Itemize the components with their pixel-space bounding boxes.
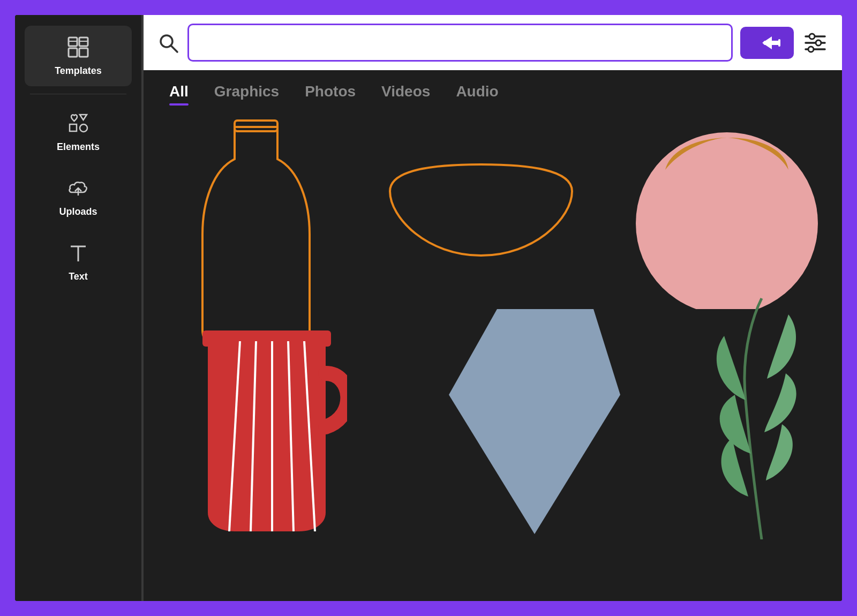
filter-button[interactable] xyxy=(801,29,829,57)
sidebar-item-elements[interactable]: Elements xyxy=(25,102,132,162)
svg-point-20 xyxy=(809,34,815,39)
sidebar-item-uploads[interactable]: Uploads xyxy=(25,167,132,227)
gem-illustration xyxy=(433,298,636,547)
bowl-illustration xyxy=(379,159,583,268)
plant-illustration xyxy=(703,293,821,542)
tab-photos-label: Photos xyxy=(305,83,356,100)
elements-label: Elements xyxy=(57,141,100,153)
svg-rect-3 xyxy=(79,48,88,57)
content-area xyxy=(144,106,842,601)
search-icon-wrap xyxy=(156,31,180,55)
svg-marker-6 xyxy=(80,115,87,120)
tab-photos[interactable]: Photos xyxy=(305,83,356,106)
svg-point-22 xyxy=(808,47,814,52)
tabs-row: All Graphics Photos Videos Audio xyxy=(144,70,842,106)
text-label: Text xyxy=(69,271,88,282)
search-bar-container: Simple Drawn Objects xyxy=(144,15,842,70)
app-window: Templates Elements xyxy=(11,11,846,605)
filter-icon xyxy=(801,29,829,57)
svg-point-24 xyxy=(636,132,818,309)
tab-audio-label: Audio xyxy=(456,83,498,100)
templates-icon xyxy=(66,35,90,61)
tab-audio[interactable]: Audio xyxy=(456,83,498,106)
search-input[interactable]: Simple Drawn Objects xyxy=(200,33,720,52)
jug-illustration xyxy=(186,309,347,536)
svg-rect-7 xyxy=(70,124,77,131)
svg-marker-15 xyxy=(762,36,772,49)
svg-line-13 xyxy=(171,46,177,52)
uploads-icon xyxy=(66,176,90,202)
search-input-wrapper[interactable]: Simple Drawn Objects xyxy=(187,24,733,62)
illustrations-container xyxy=(154,116,831,601)
sidebar-item-text[interactable]: Text xyxy=(25,231,132,292)
elements-icon xyxy=(66,111,90,137)
svg-rect-25 xyxy=(202,330,331,347)
tab-graphics-label: Graphics xyxy=(214,83,279,100)
sidebar: Templates Elements xyxy=(15,15,144,601)
main-panel: Simple Drawn Objects xyxy=(144,15,842,601)
arrow-left-icon xyxy=(748,32,786,54)
templates-label: Templates xyxy=(55,65,102,77)
tab-graphics[interactable]: Graphics xyxy=(214,83,279,106)
svg-point-21 xyxy=(816,40,821,46)
circle-illustration xyxy=(633,106,821,311)
svg-rect-2 xyxy=(69,48,77,57)
tab-videos[interactable]: Videos xyxy=(381,83,430,106)
svg-point-8 xyxy=(80,124,87,132)
back-arrow-button[interactable] xyxy=(740,27,794,59)
sidebar-divider-1 xyxy=(30,94,126,94)
tab-videos-label: Videos xyxy=(381,83,430,100)
sidebar-item-templates[interactable]: Templates xyxy=(25,26,132,86)
uploads-label: Uploads xyxy=(59,206,97,217)
svg-rect-16 xyxy=(778,39,780,47)
tab-all[interactable]: All xyxy=(169,83,189,106)
text-icon xyxy=(66,241,90,267)
search-icon xyxy=(156,31,180,55)
tab-all-label: All xyxy=(169,83,189,100)
